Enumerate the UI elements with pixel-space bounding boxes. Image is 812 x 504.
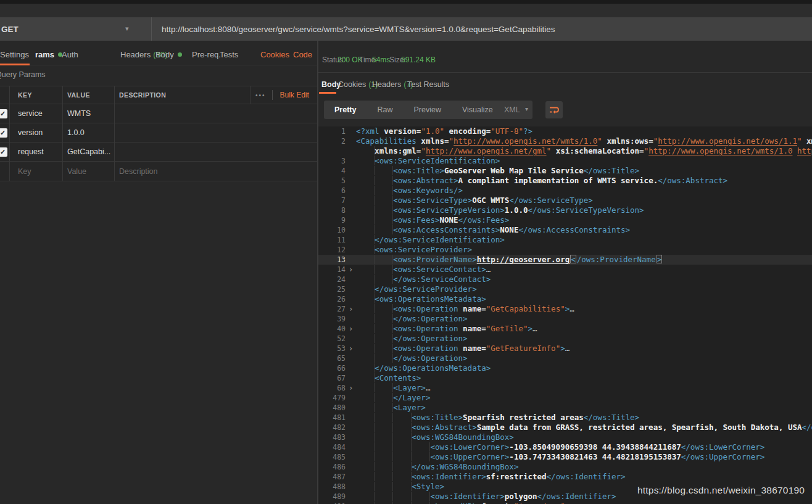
view-mode-visualize[interactable]: Visualize: [452, 101, 503, 119]
param-value-cell[interactable]: GetCapabi...: [63, 143, 115, 161]
line-number: 8: [318, 205, 346, 215]
line-number: 25: [318, 284, 346, 294]
fold-gutter: [346, 314, 356, 324]
code-text: <Contents>: [356, 373, 812, 383]
code-token: ": [597, 136, 602, 146]
url-link[interactable]: http://geoserver.org: [477, 255, 570, 264]
query-params-title: Query Params: [0, 70, 46, 79]
bulk-edit-button[interactable]: Bulk Edit: [280, 91, 309, 99]
line-number: 27: [318, 304, 346, 314]
code-link[interactable]: Code: [293, 50, 312, 59]
code-token: >: [560, 344, 565, 353]
format-dropdown[interactable]: XML ▾: [497, 101, 532, 119]
param-key-input[interactable]: Key: [10, 162, 63, 181]
param-description-input[interactable]: Description: [115, 162, 251, 181]
line-number: 489: [318, 492, 346, 502]
view-mode-raw[interactable]: Raw: [367, 101, 403, 119]
code-token: </ows:Identifier>: [547, 472, 626, 481]
code-token: [356, 205, 393, 215]
fold-arrow-icon[interactable]: ›: [346, 324, 356, 334]
request-tab-body[interactable]: Body: [155, 50, 182, 59]
param-description-cell[interactable]: [115, 143, 251, 161]
method-selector[interactable]: GET: [1, 25, 19, 34]
fold-arrow-icon[interactable]: ›: [346, 344, 356, 353]
fold-gutter: [346, 492, 356, 502]
line-number: 6: [318, 186, 346, 196]
code-token: [356, 265, 393, 274]
fold-gutter: [346, 472, 356, 482]
size-value: 591.24 KB: [401, 56, 436, 64]
param-value-cell[interactable]: WMTS: [63, 104, 115, 123]
code-text: <Layer>…: [356, 383, 812, 393]
more-options-icon[interactable]: •••: [255, 92, 266, 99]
code-token: <ows:Keywords/>: [393, 186, 463, 195]
checkbox-checked-icon[interactable]: ✓: [0, 128, 7, 138]
line-number: 1: [318, 126, 346, 136]
checkbox-checked-icon[interactable]: ✓: [0, 147, 7, 157]
view-mode-preview[interactable]: Preview: [403, 101, 451, 119]
code-token: [356, 245, 375, 254]
url-link[interactable]: http://www.opengis.net/wmts/1.0: [648, 146, 792, 155]
code-token: <LegendURL: [430, 502, 481, 504]
code-token: </ows:ServiceTypeVersion>: [528, 205, 644, 215]
line-number: 484: [318, 442, 346, 452]
code-token: [356, 413, 412, 422]
url-link[interactable]: http://www.opengis.net/wmts/1.0: [454, 136, 597, 146]
code-line: 480 <Layer>: [318, 403, 812, 413]
request-tab-rams[interactable]: rams: [35, 50, 62, 59]
code-token: ": [547, 146, 552, 155]
view-mode-pretty[interactable]: Pretty: [324, 101, 367, 119]
code-token: </ows:Operation>: [393, 314, 467, 323]
fold-gutter: [346, 284, 356, 294]
request-tab-auth[interactable]: Auth: [62, 50, 78, 59]
request-tab-settings[interactable]: Settings: [0, 50, 29, 59]
url-link[interactable]: http://www.opengis.net/ows/1.1: [658, 136, 797, 146]
table-row: ✓requestGetCapabi...: [0, 143, 317, 162]
url-link[interactable]: http://schemas.ope: [797, 146, 812, 155]
code-text: xmlns:gml="http://www.opengis.net/gml" x…: [356, 146, 812, 156]
line-number: 490: [318, 502, 346, 504]
code-token: <Style>: [412, 482, 444, 491]
fold-gutter: [346, 452, 356, 462]
code-token: sf:restricted: [486, 472, 547, 481]
param-description-cell[interactable]: [115, 123, 251, 142]
code-token: xmlns:gml=: [375, 146, 421, 155]
request-tab-tests[interactable]: Tests: [220, 50, 238, 59]
code-text: <ows:UpperCorner>-103.74733430821463 44.…: [356, 452, 812, 462]
key-placeholder: Key: [18, 167, 31, 176]
code-text: <ows:ServiceType>OGC WMTS</ows:ServiceTy…: [356, 196, 812, 205]
url-link[interactable]: http://www.opengis.net/gml: [426, 146, 547, 155]
cookies-link[interactable]: Cookies: [260, 50, 289, 59]
checkbox-checked-icon[interactable]: ✓: [0, 109, 7, 118]
response-body-viewer[interactable]: 1<?xml version="1.0" encoding="UTF-8"?>2…: [318, 126, 812, 504]
code-line: 2<Capabilities xmlns="http://www.opengis…: [318, 136, 812, 146]
fold-arrow-icon[interactable]: ›: [346, 383, 356, 393]
code-text: </ows:Operation>: [356, 334, 812, 344]
request-tab-prereq[interactable]: Pre-req.: [192, 50, 221, 59]
line-number: 482: [318, 423, 346, 432]
wrap-text-button[interactable]: [545, 101, 563, 118]
value-placeholder: Value: [67, 167, 86, 176]
fold-arrow-icon[interactable]: ›: [346, 304, 356, 314]
code-token: [356, 156, 375, 165]
param-key-cell[interactable]: service: [10, 104, 63, 123]
request-url-input[interactable]: http://localhost:8080/geoserver/gwc/serv…: [162, 25, 555, 34]
request-header-bar: GET ▾ http://localhost:8080/geoserver/gw…: [0, 4, 812, 41]
code-line: 14› <ows:ServiceContact>…: [318, 265, 812, 275]
code-text: </Layer>: [356, 393, 812, 403]
code-token: [356, 344, 393, 353]
response-tab-testresults[interactable]: Test Results: [407, 80, 449, 89]
param-value-input[interactable]: Value: [63, 162, 115, 181]
code-token: </ows:Fees>: [458, 215, 510, 225]
line-number: 4: [318, 166, 346, 176]
param-description-cell[interactable]: [115, 104, 251, 123]
fold-arrow-icon[interactable]: ›: [346, 265, 356, 275]
code-token: [356, 225, 393, 234]
param-key-cell[interactable]: version: [10, 123, 63, 142]
param-key-cell[interactable]: request: [10, 143, 63, 161]
code-token: NONE: [439, 215, 458, 225]
line-number: 480: [318, 403, 346, 413]
code-token: "1.0": [421, 126, 444, 136]
param-value-cell[interactable]: 1.0.0: [63, 123, 115, 142]
code-token: </ows:UpperCorner>: [681, 452, 764, 461]
